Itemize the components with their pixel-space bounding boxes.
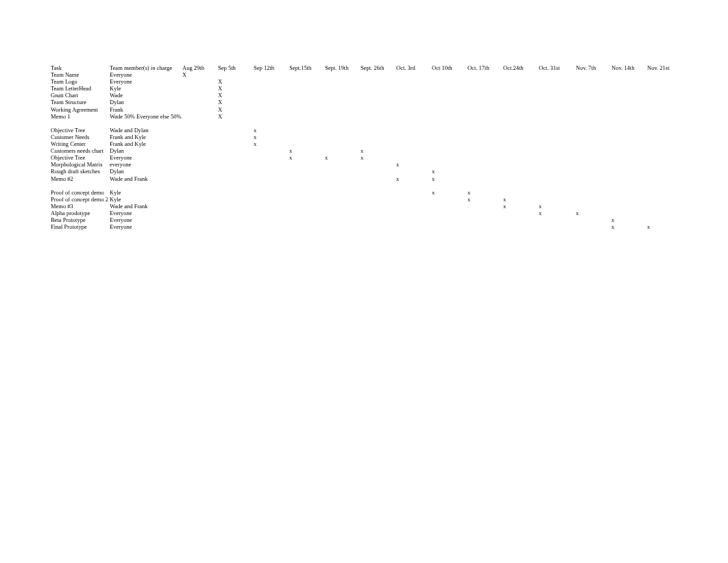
- table-row: Customers needs chartDylanxx: [51, 147, 668, 154]
- member-cell: Frank and Kyle: [110, 134, 182, 140]
- member-cell: Wade 50% Everyone else 50%: [110, 113, 182, 120]
- task-cell: Alpha prodotype: [51, 210, 110, 216]
- mark-cell: x: [432, 168, 468, 175]
- mark-cell: x: [254, 140, 289, 147]
- mark-cell: x: [432, 189, 468, 196]
- table-row: Team LogoEveryoneX: [51, 78, 668, 85]
- member-cell: Everyone: [110, 154, 182, 161]
- mark-cell: x: [468, 196, 503, 203]
- task-cell: Memo #2: [51, 175, 110, 182]
- table-row: Rough draft sketchesDylanx: [51, 168, 668, 175]
- task-cell: Objective Tree: [51, 154, 110, 161]
- task-cell: Morphological Matrix: [51, 161, 110, 168]
- mark-cell: x: [361, 147, 396, 154]
- member-cell: Dylan: [110, 99, 182, 105]
- task-cell: Final Prototype: [51, 223, 110, 230]
- mark-cell: x: [647, 223, 683, 230]
- mark-cell: x: [396, 175, 432, 182]
- task-cell: Working Agreement: [51, 106, 110, 113]
- task-cell: Team Name: [51, 71, 110, 78]
- mark-cell: x: [539, 210, 576, 216]
- member-cell: Everyone: [110, 78, 182, 85]
- table-row: Memo 1Wade 50% Everyone else 50%X: [51, 113, 668, 120]
- header-date-0: Aug 29th: [182, 64, 210, 71]
- member-cell: Everyone: [110, 71, 182, 78]
- header-date-5: Sept. 26th: [361, 64, 396, 71]
- mark-cell: X: [218, 106, 254, 113]
- mark-cell: X: [218, 113, 254, 120]
- task-cell: Team LetterHead: [51, 85, 110, 92]
- mark-cell: x: [361, 154, 396, 161]
- member-cell: everyone: [110, 161, 182, 168]
- header-date-7: Oct 10th: [432, 64, 468, 71]
- task-cell: Beta Prototype: [51, 216, 110, 223]
- member-cell: Frank and Kyle: [110, 140, 182, 147]
- task-cell: Memo #3: [51, 203, 110, 210]
- header-date-11: Nov. 7th: [576, 64, 611, 71]
- mark-cell: x: [396, 161, 432, 168]
- task-cell: Proof of concept demo 2: [51, 196, 110, 203]
- header-member: Team member(s) in charge: [110, 64, 182, 71]
- mark-cell: x: [289, 147, 325, 154]
- task-cell: Team Logo: [51, 78, 110, 85]
- header-date-2: Sep 12th: [254, 64, 289, 71]
- table-row: Objective TreeEveryonexxx: [51, 154, 668, 161]
- mark-cell: x: [611, 216, 647, 223]
- member-cell: Everyone: [110, 210, 182, 216]
- gantt-table: Task Team member(s) in charge Aug 29th S…: [51, 64, 668, 230]
- blank-row: [51, 182, 668, 189]
- header-date-13: Nov. 21st: [647, 64, 683, 71]
- table-body: Team NameEveryoneXTeam LogoEveryoneXTeam…: [51, 71, 668, 230]
- header-date-6: Oct. 3rd: [396, 64, 432, 71]
- blank-row: [51, 120, 668, 127]
- table-row: Team LetterHeadKyleX: [51, 85, 668, 92]
- member-cell: Wade: [110, 92, 182, 99]
- member-cell: Wade and Frank: [110, 203, 182, 210]
- table-row: Writing CenterFrank and Kylex: [51, 140, 668, 147]
- task-cell: Writing Center: [51, 140, 110, 147]
- mark-cell: x: [539, 203, 576, 210]
- header-date-4: Sept. 19th: [325, 64, 361, 71]
- member-cell: Dylan: [110, 168, 182, 175]
- table-row: Team StructureDylanX: [51, 99, 668, 105]
- member-cell: Wade and Dylan: [110, 127, 182, 134]
- header-date-8: Oct. 17th: [468, 64, 503, 71]
- mark-cell: X: [218, 78, 254, 85]
- table-row: Objective TreeWade and Dylanx: [51, 127, 668, 134]
- task-cell: Team Structure: [51, 99, 110, 105]
- table-row: Alpha prodotypeEveryonexx: [51, 210, 668, 216]
- table-row: Gnatt ChartWadeX: [51, 92, 668, 99]
- header-date-10: Oct. 31st: [539, 64, 576, 71]
- table-row: Proof of concept demoKylexx: [51, 189, 668, 196]
- header-row: Task Team member(s) in charge Aug 29th S…: [51, 64, 668, 71]
- mark-cell: x: [503, 203, 539, 210]
- mark-cell: x: [468, 189, 503, 196]
- mark-cell: x: [254, 134, 289, 140]
- mark-cell: X: [182, 71, 210, 78]
- task-cell: Gnatt Chart: [51, 92, 110, 99]
- member-cell: Wade and Frank: [110, 175, 182, 182]
- table-row: Customer NeedsFrank and Kylex: [51, 134, 668, 140]
- table-row: Beta PrototypeEveryonex: [51, 216, 668, 223]
- table-row: Memo #2Wade and Frankxx: [51, 175, 668, 182]
- task-cell: Proof of concept demo: [51, 189, 110, 196]
- mark-cell: x: [576, 210, 611, 216]
- task-cell: Customer Needs: [51, 134, 110, 140]
- member-cell: Kyle: [110, 85, 182, 92]
- member-cell: Frank: [110, 106, 182, 113]
- table-row: Memo #3Wade and Frankxx: [51, 203, 668, 210]
- mark-cell: x: [432, 175, 468, 182]
- table-row: Final PrototypeEveryonexx: [51, 223, 668, 230]
- table-row: Team NameEveryoneX: [51, 71, 668, 78]
- mark-cell: x: [325, 154, 361, 161]
- member-cell: Everyone: [110, 223, 182, 230]
- task-cell: Memo 1: [51, 113, 110, 120]
- table-row: Working AgreementFrankX: [51, 106, 668, 113]
- member-cell: Dylan: [110, 147, 182, 154]
- mark-cell: x: [254, 127, 289, 134]
- mark-cell: X: [218, 99, 254, 105]
- header-task: Task: [51, 64, 110, 71]
- header-date-3: Sept.15th: [289, 64, 325, 71]
- task-cell: Objective Tree: [51, 127, 110, 134]
- table-row: Proof of concept demo 2Kylexx: [51, 196, 668, 203]
